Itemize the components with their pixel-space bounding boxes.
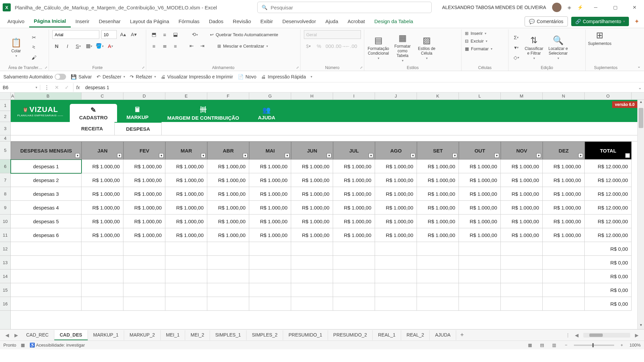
orientation-button[interactable]: ⟲▾ <box>191 30 199 39</box>
expense-value-cell[interactable]: R$ 1.000,00 <box>543 173 585 187</box>
row-header-7[interactable]: 7 <box>0 173 10 187</box>
expense-value-cell[interactable]: R$ 1.000,00 <box>501 228 543 242</box>
tab-desenvolvedor[interactable]: Desenvolvedor <box>278 16 321 27</box>
empty-cell[interactable]: R$ 0,00 <box>585 269 632 283</box>
scroll-thumb[interactable] <box>639 108 643 128</box>
expense-value-cell[interactable]: R$ 1.000,00 <box>459 228 501 242</box>
row-header-16[interactable]: 16 <box>0 297 10 311</box>
page-layout-view-button[interactable]: ▤ <box>538 342 546 349</box>
empty-cell[interactable] <box>82 283 123 297</box>
qat-more-button[interactable]: ▾ <box>311 75 312 78</box>
sheet-tab-presumido_2[interactable]: PRESUMIDO_2 <box>328 330 373 340</box>
empty-cell[interactable] <box>207 256 249 269</box>
filter-icon[interactable]: ▾ <box>327 153 331 158</box>
empty-cell[interactable] <box>291 283 333 297</box>
expense-value-cell[interactable]: R$ 1.000,00 <box>417 160 459 173</box>
expense-name-cell[interactable]: despesas 4 <box>11 201 82 215</box>
empty-cell[interactable]: R$ 0,00 <box>585 256 632 269</box>
expense-value-cell[interactable]: R$ 1.000,00 <box>82 215 123 228</box>
add-sheet-button[interactable]: + <box>456 331 468 339</box>
empty-cell[interactable] <box>207 283 249 297</box>
expense-value-cell[interactable]: R$ 1.000,00 <box>459 215 501 228</box>
nav-margem[interactable]: 卌MARGEM DE CONTRIBUIÇÃO <box>158 104 249 122</box>
expense-value-cell[interactable]: R$ 1.000,00 <box>207 187 249 201</box>
col-header-A[interactable]: A <box>11 93 15 100</box>
fbar-options[interactable]: ⋮ <box>42 83 51 92</box>
sheet-nav-prev[interactable]: ◀ <box>3 333 12 338</box>
table-header[interactable]: MAI▾ <box>249 141 291 160</box>
autosum-button[interactable]: Σ▾ <box>512 33 521 42</box>
expense-value-cell[interactable]: R$ 1.000,00 <box>333 187 375 201</box>
subtab-despesa[interactable]: DESPESA <box>114 122 162 135</box>
row-header-5[interactable]: 5 <box>0 141 10 160</box>
empty-cell[interactable] <box>165 256 207 269</box>
row-header-4[interactable]: 4 <box>0 135 10 141</box>
quick-print-button[interactable]: 🖨Impressão Rápida <box>261 74 306 79</box>
table-header[interactable]: FEV▾ <box>123 141 165 160</box>
expense-name-cell[interactable]: despesas 2 <box>11 173 82 187</box>
expense-value-cell[interactable]: R$ 1.000,00 <box>333 201 375 215</box>
empty-cell[interactable] <box>249 256 291 269</box>
empty-cell[interactable] <box>459 242 501 256</box>
wrap-text-button[interactable]: ↩Quebrar Texto Automaticamente <box>210 32 278 38</box>
select-all-button[interactable] <box>0 93 11 100</box>
subtab-receita[interactable]: RECEITA <box>70 122 114 135</box>
col-header-H[interactable]: H <box>291 93 333 100</box>
expense-value-cell[interactable]: R$ 1.000,00 <box>375 187 417 201</box>
row-header-8[interactable]: 8 <box>0 187 10 201</box>
expense-value-cell[interactable]: R$ 1.000,00 <box>375 201 417 215</box>
empty-cell[interactable] <box>543 256 585 269</box>
delete-cells-button[interactable]: ⊟Excluir▾ <box>465 38 505 44</box>
table-header[interactable]: OUT▾ <box>459 141 501 160</box>
table-header[interactable]: TOTAL▾ <box>585 141 632 160</box>
insert-cells-button[interactable]: ⊞Inserir▾ <box>465 30 505 37</box>
zoom-level[interactable]: 100% <box>630 343 641 348</box>
enter-formula-button[interactable]: ✓ <box>62 83 71 92</box>
empty-cell[interactable] <box>82 269 123 283</box>
number-launcher[interactable]: ⤢ <box>360 66 363 69</box>
expense-value-cell[interactable]: R$ 1.000,00 <box>333 215 375 228</box>
empty-cell[interactable] <box>123 297 165 311</box>
expense-value-cell[interactable]: R$ 1.000,00 <box>207 215 249 228</box>
expense-value-cell[interactable]: R$ 1.000,00 <box>123 215 165 228</box>
normal-view-button[interactable]: ▦ <box>526 342 534 349</box>
collapse-ribbon-button[interactable]: ⌄ <box>637 64 641 69</box>
expense-value-cell[interactable]: R$ 1.000,00 <box>543 187 585 201</box>
tab-dados[interactable]: Dados <box>204 16 228 27</box>
empty-cell[interactable] <box>375 242 417 256</box>
expense-value-cell[interactable]: R$ 1.000,00 <box>375 215 417 228</box>
find-select-button[interactable]: 🔍Localizar e Selecionar▾ <box>547 35 569 60</box>
expense-value-cell[interactable]: R$ 1.000,00 <box>333 160 375 173</box>
expense-value-cell[interactable]: R$ 12.000,00 <box>585 201 632 215</box>
print-preview-button[interactable]: 🖨Visualizar Impressão e Imprimir <box>161 74 233 79</box>
expense-value-cell[interactable]: R$ 1.000,00 <box>165 173 207 187</box>
increase-font-button[interactable]: A▴ <box>119 30 127 39</box>
filter-icon[interactable]: ▾ <box>117 153 122 158</box>
expense-value-cell[interactable]: R$ 1.000,00 <box>291 201 333 215</box>
sheet-tab-mei_1[interactable]: MEI_1 <box>161 330 185 340</box>
clear-button[interactable]: ◇▾ <box>512 53 521 62</box>
filter-icon[interactable]: ▾ <box>159 153 164 158</box>
col-header-O[interactable]: O <box>585 93 632 100</box>
redo-button[interactable]: ↷Refazer▾ <box>130 74 156 79</box>
empty-cell[interactable] <box>82 297 123 311</box>
clipboard-launcher[interactable]: ⤢ <box>45 66 47 69</box>
maximize-button[interactable]: ▢ <box>608 2 622 12</box>
expense-value-cell[interactable]: R$ 1.000,00 <box>375 228 417 242</box>
diamond-icon[interactable]: ◈ <box>568 5 571 10</box>
expense-value-cell[interactable]: R$ 1.000,00 <box>291 160 333 173</box>
font-launcher[interactable]: ⤢ <box>142 66 145 69</box>
expense-value-cell[interactable]: R$ 1.000,00 <box>123 173 165 187</box>
sheet-tab-real_2[interactable]: REAL_2 <box>401 330 430 340</box>
empty-cell[interactable] <box>207 269 249 283</box>
cut-button[interactable]: ✂ <box>30 33 38 42</box>
tab-acrobat[interactable]: Acrobat <box>343 16 370 27</box>
col-header-I[interactable]: I <box>333 93 375 100</box>
empty-cell[interactable] <box>207 297 249 311</box>
expense-value-cell[interactable]: R$ 1.000,00 <box>417 201 459 215</box>
empty-cell[interactable] <box>333 242 375 256</box>
expense-value-cell[interactable]: R$ 1.000,00 <box>165 201 207 215</box>
cancel-formula-button[interactable]: ✕ <box>52 83 61 92</box>
row-header-3[interactable]: 3 <box>0 122 10 135</box>
expense-value-cell[interactable]: R$ 1.000,00 <box>82 173 123 187</box>
